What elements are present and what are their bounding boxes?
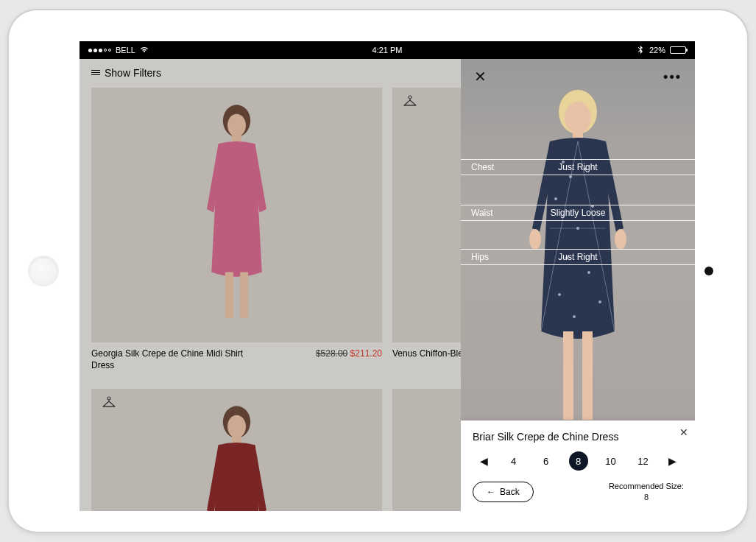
- svg-point-40: [615, 229, 626, 250]
- size-option-8[interactable]: 8: [569, 451, 588, 471]
- close-icon[interactable]: ✕: [474, 69, 487, 85]
- fit-line-waist: Waist Slightly Loose: [461, 205, 695, 221]
- svg-rect-42: [582, 331, 593, 420]
- clock: 4:21 PM: [372, 46, 403, 54]
- size-option-10[interactable]: 10: [601, 451, 621, 471]
- camera: [704, 267, 713, 275]
- ipad-frame: BELL 4:21 PM 22%: [9, 10, 747, 532]
- signal-icon: [88, 49, 111, 52]
- size-option-12[interactable]: 12: [634, 451, 653, 471]
- bluetooth-icon: [636, 45, 645, 55]
- size-options: 4681012: [504, 451, 653, 471]
- svg-point-35: [573, 315, 576, 318]
- fit-label-waist: Waist: [471, 208, 493, 218]
- svg-rect-41: [563, 331, 573, 420]
- close-icon[interactable]: ✕: [679, 426, 688, 438]
- more-icon[interactable]: •••: [663, 69, 682, 85]
- size-option-6[interactable]: 6: [537, 451, 556, 471]
- fit-value-waist: Slightly Loose: [551, 208, 606, 218]
- size-card-title: Briar Silk Crepe de Chine Dress: [473, 431, 684, 443]
- svg-point-32: [587, 271, 590, 274]
- avatar-model: [497, 81, 659, 464]
- screen: BELL 4:21 PM 22%: [80, 41, 695, 511]
- size-card: ✕ Briar Silk Crepe de Chine Dress ◀ 4681…: [461, 420, 695, 511]
- svg-point-34: [598, 300, 601, 303]
- fit-line-chest: Chest Just Right: [461, 159, 695, 175]
- svg-point-23: [565, 102, 591, 134]
- home-button[interactable]: [28, 256, 59, 286]
- svg-point-33: [558, 293, 561, 296]
- fit-value-chest: Just Right: [558, 162, 597, 172]
- battery-icon: [670, 46, 686, 54]
- svg-point-28: [554, 197, 557, 200]
- fit-label-chest: Chest: [471, 162, 494, 172]
- size-prev-button[interactable]: ◀: [477, 455, 491, 467]
- back-button[interactable]: ← Back: [473, 482, 534, 502]
- battery-pct: 22%: [649, 46, 665, 54]
- arrow-left-icon: ←: [487, 487, 495, 497]
- fit-value-hips: Just Right: [558, 252, 597, 262]
- fit-label-hips: Hips: [471, 252, 489, 262]
- fit-line-hips: Hips Just Right: [461, 249, 695, 265]
- svg-point-39: [529, 229, 541, 250]
- size-next-button[interactable]: ▶: [665, 455, 679, 467]
- fit-panel: ✕ •••: [461, 59, 695, 511]
- app: Show Filters Dresses / Midi Georgia Silk…: [80, 59, 695, 511]
- wifi-icon: [140, 45, 149, 55]
- status-bar: BELL 4:21 PM 22%: [80, 41, 695, 59]
- recommended-size: Recommended Size: 8: [609, 481, 684, 502]
- carrier-label: BELL: [116, 46, 135, 54]
- size-option-4[interactable]: 4: [504, 451, 523, 471]
